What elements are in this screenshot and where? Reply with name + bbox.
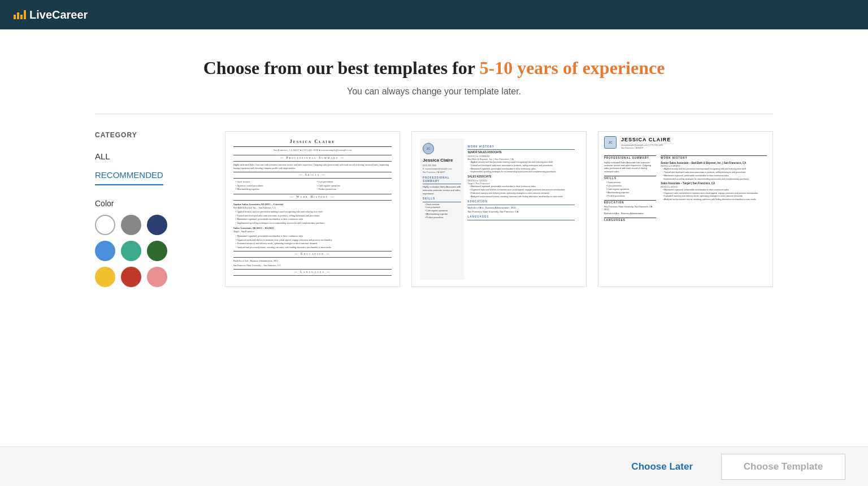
- resume-preview-1: Jessica Claire San Francisco, CA 94107 ●…: [225, 132, 400, 287]
- r3-right: WORK HISTORY Senior Sales Associate – Be…: [661, 153, 767, 223]
- sidebar-item-all[interactable]: ALL: [95, 147, 208, 166]
- sidebar: CATEGORY ALL RECOMMENDED Color: [95, 131, 208, 287]
- section-divider: [95, 114, 773, 114]
- color-label: Color: [95, 199, 208, 208]
- r1-name: Jessica Claire: [233, 138, 392, 147]
- r3-name: JESSICA CLAIRE: [621, 136, 767, 144]
- color-swatch-yellow[interactable]: [95, 267, 115, 287]
- color-swatch-red[interactable]: [121, 267, 141, 287]
- r3-left: PROFESSIONAL SUMMARY Highly motivated Sa…: [604, 153, 656, 223]
- color-swatch-blue[interactable]: [95, 241, 115, 261]
- color-swatch-dark-green[interactable]: [147, 241, 167, 261]
- category-label: CATEGORY: [95, 131, 208, 139]
- r1-contact: San Francisco, CA 94107 ● (555) 432-1000…: [233, 149, 392, 152]
- resume-preview-3: JC JESSICA CLAIRE resumesample@example.c…: [598, 132, 772, 287]
- r1-skills-col1: • Guest services • Inventory control pro…: [233, 180, 310, 192]
- r2-left: JC Jessica Claire (555) 432-1000 E: resu…: [420, 138, 464, 280]
- template-card-3[interactable]: JC JESSICA CLAIRE resumesample@example.c…: [598, 131, 773, 287]
- color-swatch-pink[interactable]: [147, 267, 167, 287]
- content-area: CATEGORY ALL RECOMMENDED Color Jessi: [95, 131, 773, 287]
- r1-summary-text: Highly motivated Sales Associate with ex…: [233, 163, 392, 170]
- template-card-2[interactable]: JC Jessica Claire (555) 432-1000 E: resu…: [411, 131, 587, 287]
- headline-part1: Choose from our best templates for: [203, 58, 480, 78]
- page-headline: Choose from our best templates for 5-10 …: [203, 58, 665, 79]
- logo: LiveCareer: [14, 8, 88, 21]
- r1-job2-title: Sales Associate, 06/2013 – 01/2015: [233, 226, 392, 230]
- logo-text: LiveCareer: [29, 8, 88, 21]
- r1-skills-cols: • Guest services • Inventory control pro…: [233, 180, 392, 192]
- r2-name: Jessica Claire: [423, 157, 461, 163]
- sidebar-item-recommended[interactable]: RECOMMENDED: [95, 166, 163, 185]
- r1-summary-title: — Professional Summary —: [233, 155, 392, 162]
- r3-header-text: JESSICA CLAIRE resumesample@example.com …: [621, 136, 767, 150]
- logo-icon: [14, 10, 26, 19]
- page-subheadline: You can always change your template late…: [347, 86, 521, 97]
- color-swatch-gray[interactable]: [121, 215, 141, 235]
- main-content: Choose from our best templates for 5-10 …: [0, 29, 868, 446]
- choose-later-button[interactable]: Choose Later: [620, 455, 704, 478]
- resume-preview-2: JC Jessica Claire (555) 432-1000 E: resu…: [412, 132, 586, 287]
- choose-template-button[interactable]: Choose Template: [721, 454, 845, 480]
- color-swatch-teal[interactable]: [121, 241, 141, 261]
- r1-edu-title: — Education —: [233, 251, 392, 258]
- r1-job1-title: Senior Sales Associate, 02/2015 – Curren…: [233, 202, 392, 206]
- r1-lang-title: — Languages —: [233, 269, 392, 276]
- color-swatch-navy[interactable]: [147, 215, 167, 235]
- r3-body: PROFESSIONAL SUMMARY Highly motivated Sa…: [604, 153, 767, 223]
- headline-accent: 5-10 years of experience: [479, 58, 665, 78]
- color-grid: [95, 215, 208, 287]
- r3-header: JC JESSICA CLAIRE resumesample@example.c…: [604, 136, 767, 150]
- r3-avatar: JC: [604, 136, 617, 149]
- r2-avatar: JC: [423, 143, 434, 154]
- color-swatch-white[interactable]: [95, 215, 115, 235]
- r1-work-title: — Work History —: [233, 194, 392, 201]
- footer: Choose Later Choose Template: [0, 446, 868, 486]
- r1-skills-title: — Skills —: [233, 172, 392, 179]
- templates-area: Jessica Claire San Francisco, CA 94107 ●…: [225, 131, 773, 287]
- r2-right: WORK HISTORY SENIOR SALES ASSOCIATE 03/2…: [464, 138, 578, 280]
- header: LiveCareer: [0, 0, 868, 29]
- template-card-1[interactable]: Jessica Claire San Francisco, CA 94107 ●…: [225, 131, 400, 287]
- r1-skills-col2: • Loss prevention • Cash register operat…: [315, 180, 392, 192]
